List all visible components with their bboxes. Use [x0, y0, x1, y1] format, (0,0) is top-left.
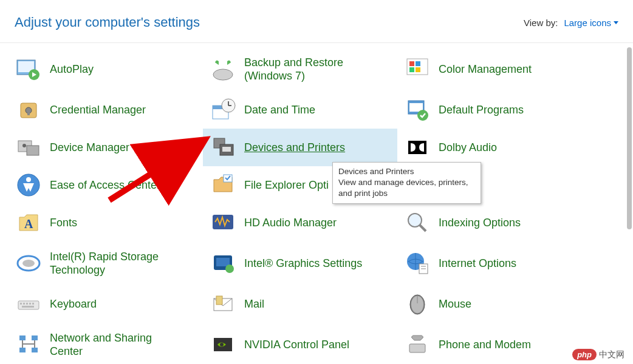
cp-label: Credential Manager	[50, 103, 146, 117]
cp-item-phone[interactable]: Phone and Modem	[397, 323, 592, 364]
header: Adjust your computer's settings View by:…	[0, 0, 633, 43]
svg-point-64	[220, 343, 224, 346]
svg-rect-52	[216, 296, 222, 305]
cp-item-autoplay[interactable]: AutoPlay	[9, 47, 203, 91]
cp-label: Indexing Options	[439, 216, 521, 230]
page-title: Adjust your computer's settings	[15, 15, 200, 30]
cp-label: Devices and Printers	[244, 141, 345, 155]
svg-rect-44	[18, 301, 39, 309]
svg-point-23	[22, 144, 26, 147]
network-sharing-icon	[16, 332, 41, 357]
credential-manager-icon	[16, 97, 41, 123]
fonts-icon: A	[16, 210, 41, 235]
cp-item-intel-graphics[interactable]: Intel® Graphics Settings	[203, 241, 397, 285]
svg-rect-9	[416, 67, 420, 72]
svg-rect-12	[27, 110, 30, 115]
view-by-value-text: Large icons	[564, 18, 611, 28]
cp-label: Intel(R) Rapid Storage Technology	[50, 250, 183, 277]
cp-item-credential[interactable]: Credential Manager	[9, 91, 203, 129]
svg-text:A: A	[24, 217, 33, 231]
ease-access-icon	[16, 172, 41, 198]
svg-point-4	[213, 69, 233, 80]
nvidia-icon	[210, 332, 236, 357]
view-by-control[interactable]: View by: Large icons	[524, 18, 618, 28]
device-manager-icon	[16, 135, 41, 160]
svg-rect-45	[20, 303, 22, 305]
svg-rect-5	[407, 59, 428, 75]
cp-item-indexing[interactable]: Indexing Options	[397, 204, 592, 241]
default-programs-icon	[405, 97, 430, 123]
cp-item-backup[interactable]: Backup and Restore (Windows 7)	[203, 47, 397, 91]
view-by-value[interactable]: Large icons	[564, 18, 618, 28]
mail-icon	[210, 291, 236, 317]
cp-item-network[interactable]: Network and Sharing Center	[9, 323, 203, 364]
file-explorer-options-icon	[210, 172, 236, 198]
cp-label: Default Programs	[439, 103, 524, 117]
indexing-options-icon	[405, 210, 430, 235]
internet-options-icon	[405, 251, 430, 276]
cp-item-internet[interactable]: Internet Options	[397, 241, 592, 285]
cp-label: AutoPlay	[50, 62, 94, 76]
cp-item-intel-rst[interactable]: Intel(R) Rapid Storage Technology	[9, 241, 203, 285]
svg-rect-56	[19, 335, 26, 340]
watermark-text: 中文网	[599, 349, 624, 360]
cp-item-mouse[interactable]: Mouse	[397, 285, 592, 323]
chevron-down-icon	[614, 21, 618, 24]
cp-label: File Explorer Opti	[244, 178, 329, 192]
watermark: php 中文网	[572, 349, 624, 360]
control-panel-grid: AutoPlay Backup and Restore (Windows 7) …	[9, 47, 621, 364]
cp-item-nvidia[interactable]: NVIDIA Control Panel	[203, 323, 397, 364]
svg-rect-49	[32, 303, 34, 305]
cp-label: NVIDIA Control Panel	[244, 338, 349, 352]
svg-line-34	[420, 225, 426, 231]
cp-label: Ease of Access Center	[50, 178, 160, 192]
svg-rect-26	[222, 147, 231, 152]
tooltip-title: Devices and Printers	[338, 166, 475, 177]
date-time-icon	[210, 97, 236, 123]
color-management-icon	[405, 56, 430, 82]
cp-item-ease-access[interactable]: Ease of Access Center	[9, 166, 203, 204]
intel-graphics-icon	[210, 251, 236, 276]
cp-label: HD Audio Manager	[244, 216, 337, 230]
cp-item-keyboard[interactable]: Keyboard	[9, 285, 203, 323]
scrollbar-thumb[interactable]	[627, 47, 632, 229]
cp-item-fonts[interactable]: A Fonts	[9, 204, 203, 241]
svg-rect-8	[409, 67, 414, 72]
devices-printers-icon	[210, 135, 236, 160]
dolby-audio-icon	[405, 135, 430, 160]
php-badge: php	[572, 349, 597, 360]
keyboard-icon	[16, 291, 41, 317]
cp-item-dolby[interactable]: Dolby Audio	[397, 129, 592, 166]
svg-point-36	[22, 260, 35, 267]
cp-label: Intel® Graphics Settings	[244, 257, 362, 271]
backup-icon	[210, 56, 236, 82]
cp-item-device-manager[interactable]: Device Manager	[9, 129, 203, 166]
cp-label: Date and Time	[244, 103, 315, 117]
svg-rect-50	[22, 306, 34, 308]
svg-rect-58	[19, 348, 26, 352]
cp-item-devices-printers[interactable]: Devices and Printers	[203, 129, 397, 166]
svg-rect-6	[409, 61, 414, 66]
cp-label: Fonts	[50, 216, 77, 230]
cp-item-datetime[interactable]: Date and Time	[203, 91, 397, 129]
cp-label: Color Management	[439, 62, 532, 76]
cp-item-default-programs[interactable]: Default Programs	[397, 91, 592, 129]
scrollbar[interactable]	[627, 47, 632, 352]
svg-point-33	[408, 214, 422, 227]
cp-label: Network and Sharing Center	[50, 331, 183, 359]
cp-label: Mouse	[439, 297, 471, 311]
svg-rect-48	[29, 303, 31, 305]
intel-rst-icon	[16, 251, 41, 276]
cp-label: Device Manager	[50, 141, 129, 155]
cp-item-color[interactable]: Color Management	[397, 47, 592, 91]
hd-audio-icon	[210, 210, 236, 235]
cp-label: Mail	[244, 297, 264, 311]
svg-rect-46	[23, 303, 25, 305]
cp-label: Internet Options	[439, 257, 516, 271]
cp-item-mail[interactable]: Mail	[203, 285, 397, 323]
cp-item-hd-audio[interactable]: HD Audio Manager	[203, 204, 397, 241]
view-by-label: View by:	[524, 18, 558, 28]
phone-modem-icon	[405, 332, 430, 357]
tooltip-body: View and manage devices, printers, and p…	[338, 178, 468, 198]
cp-label: Keyboard	[50, 297, 97, 311]
